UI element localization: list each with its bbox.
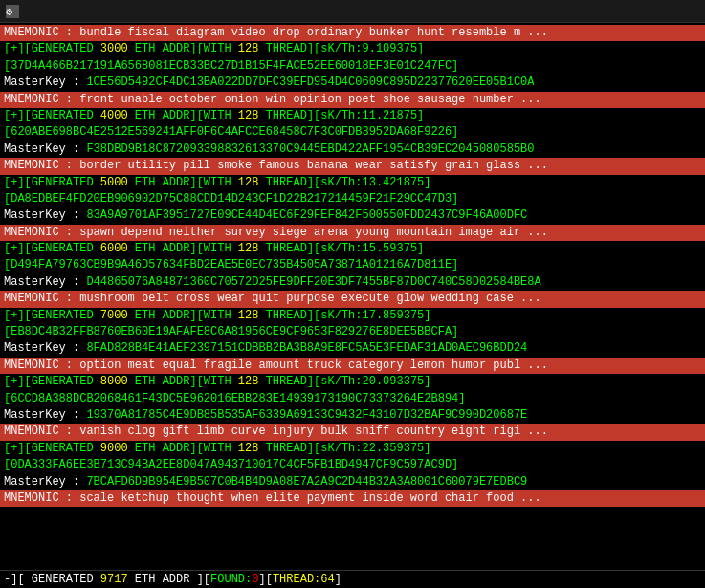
bottom-thread-label: THREAD: [273,573,320,586]
addr-line: [0DA333FA6EE3B713C94BA2EE8D047A943710017… [0,457,705,473]
gen-number: 4000 [100,109,128,122]
addr-line: [37D4A466B217191A6568081ECB33BC27D1B15F4… [0,58,705,75]
bottom-close: ] [335,573,341,586]
gen-eth-label: ETH ADDR][WITH [128,176,238,189]
gen-label: GENERATED [32,176,100,189]
bottom-scan: 9717 [100,573,128,586]
addr-line: [EB8DC4B32FFB8760EB60E19AFAFE8C6A81956CE… [0,324,705,340]
masterkey-value: 7BCAFD6D9B954E9B507C0B4B4D9A08E7A2A9C2D4… [86,475,527,489]
gen-close-bracket: ] [417,109,424,122]
gen-sk-label: sK/Th: [320,442,362,455]
gen-sk-value: 13.421875 [363,176,425,189]
gen-thread-label: THREAD][ [258,309,320,322]
gen-thread-count: 128 [238,42,259,55]
gen-bracket: [+][ [4,309,32,322]
line-item: [+][GENERATED 5000 ETH ADDR][WITH 128 TH… [0,175,705,191]
gen-sk-label: sK/Th: [320,309,362,322]
line-item: MNEMONIC : vanish clog gift limb curve i… [0,424,705,440]
bottom-bar: -][ GENERATED 9717 ETH ADDR ][FOUND:0][T… [0,570,705,588]
bottom-found-bracket: ][ [197,573,210,586]
masterkey-value: 8FAD828B4E41AEF2397151CDBBB2BA3B8A9E8FC5… [86,341,527,355]
line-item: MNEMONIC : bundle fiscal diagram video d… [0,25,705,41]
line-item: MasterKey : F38DBD9B18C87209339883261337… [0,142,705,158]
gen-label: GENERATED [32,375,100,388]
masterkey-label: MasterKey : [4,341,86,355]
masterkey-label: MasterKey : [4,475,86,489]
gen-number: 6000 [100,242,128,255]
gen-close-bracket: ] [417,242,424,255]
gen-label: GENERATED [32,42,100,55]
content-area: MNEMONIC : bundle fiscal diagram video d… [0,23,705,509]
gen-sk-value: 17.859375 [363,309,425,322]
masterkey-label: MasterKey : [4,76,86,89]
gen-number: 5000 [100,176,128,189]
addr-line: [620ABE698BC4E2512E569241AFF0F6C4AFCCE68… [0,124,705,141]
bottom-prefix: -][ [4,573,32,586]
gen-bracket: [+][ [4,375,32,388]
gen-eth-label: ETH ADDR][WITH [128,309,238,322]
gen-thread-count: 128 [238,109,259,122]
gen-label: GENERATED [32,309,100,322]
bottom-eth-label: ETH ADDR [128,573,197,586]
masterkey-value: 1CE56D5492CF4DC13BA022DD7DFC39EFD954D4C0… [86,76,534,89]
gen-bracket: [+][ [4,109,32,122]
line-item: MNEMONIC : spawn depend neither survey s… [0,225,705,241]
masterkey-label: MasterKey : [4,142,86,156]
gen-number: 3000 [100,42,128,55]
gen-thread-label: THREAD][ [258,442,320,455]
addr-line: [D494FA79763CB9B9A46D57634FBD2EAE5E0EC73… [0,257,705,273]
gen-eth-label: ETH ADDR][WITH [128,42,238,55]
line-item: MasterKey : 83A9A9701AF3951727E09CE44D4E… [0,207,705,224]
gen-label: GENERATED [32,242,100,255]
gen-thread-label: THREAD][ [258,42,320,55]
gen-thread-label: THREAD][ [258,109,320,122]
gen-thread-label: THREAD][ [258,242,320,255]
gen-bracket: [+][ [4,176,32,189]
gen-thread-count: 128 [238,309,259,322]
gen-number: 7000 [100,309,128,322]
line-item: MNEMONIC : border utility pill smoke fam… [0,158,705,174]
gen-label: GENERATED [32,109,100,122]
gen-label: GENERATED [32,442,100,455]
gen-bracket: [+][ [4,242,32,255]
gen-thread-count: 128 [238,242,259,255]
gen-close-bracket: ] [417,42,424,55]
gen-sk-label: sK/Th: [320,242,362,255]
gen-bracket: [+][ [4,42,32,55]
gen-eth-label: ETH ADDR][WITH [128,242,238,255]
gen-eth-label: ETH ADDR][WITH [128,109,238,122]
gen-thread-count: 128 [238,176,259,189]
line-item: MasterKey : 19370A81785C4E9DB85B535AF633… [0,407,705,424]
gen-sk-label: sK/Th: [320,176,362,189]
gen-number: 9000 [100,442,128,455]
gen-thread-count: 128 [238,442,259,455]
line-item: [+][GENERATED 4000 ETH ADDR][WITH 128 TH… [0,108,705,124]
masterkey-value: F38DBD9B18C872093398832613370C9445EBD422… [86,142,534,156]
line-item: [+][GENERATED 7000 ETH ADDR][WITH 128 TH… [0,308,705,324]
line-item: MNEMONIC : scale ketchup thought when el… [0,490,705,507]
gen-close-bracket: ] [424,375,430,388]
line-item: MasterKey : 1CE56D5492CF4DC13BA022DD7DFC… [0,75,705,91]
gen-eth-label: ETH ADDR][WITH [128,442,238,455]
gen-bracket: [+][ [4,442,32,455]
app-icon: ⚙ [6,5,19,18]
masterkey-label: MasterKey : [4,275,86,289]
gen-sk-value: 22.359375 [363,442,425,455]
line-item: MasterKey : 8FAD828B4E41AEF2397151CDBBB2… [0,340,705,357]
gen-close-bracket: ] [424,309,430,322]
gen-close-bracket: ] [424,442,430,455]
gen-sk-value: 9.109375 [363,42,418,55]
bottom-found-label: FOUND: [210,573,252,586]
title-bar: ⚙ [0,0,705,23]
masterkey-value: D44865076A84871360C70572D25FE9DFF20E3DF7… [86,275,540,289]
line-item: MasterKey : D44865076A84871360C70572D25F… [0,274,705,291]
gen-sk-label: sK/Th: [320,42,362,55]
line-item: MNEMONIC : front unable october onion wi… [0,92,705,108]
gen-sk-value: 20.093375 [363,375,425,388]
line-item: [+][GENERATED 8000 ETH ADDR][WITH 128 TH… [0,374,705,390]
gen-thread-count: 128 [238,375,259,388]
bottom-thread-bracket: ][ [258,573,272,586]
line-item: MNEMONIC : option meat equal fragile amo… [0,358,705,374]
bottom-thread-val: 64 [320,573,334,586]
gen-close-bracket: ] [424,176,430,189]
